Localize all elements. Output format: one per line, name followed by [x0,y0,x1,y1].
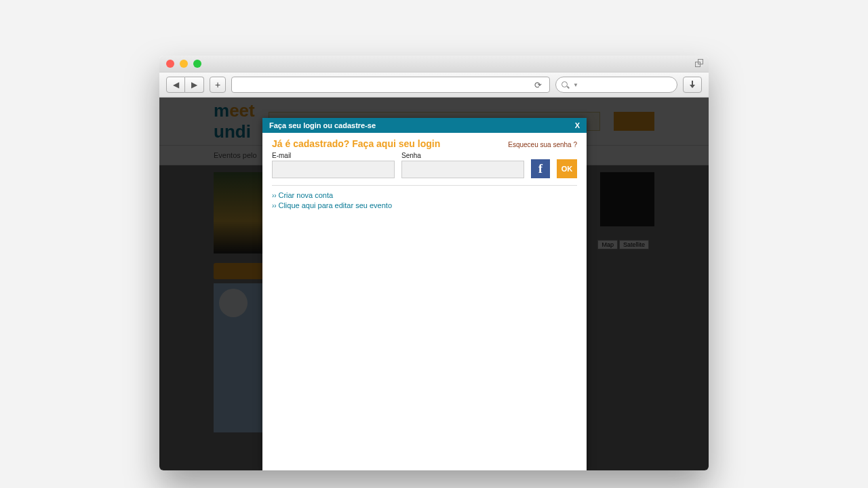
right-column [600,172,654,432]
logo-part: undi [214,121,251,142]
email-field[interactable] [272,161,395,178]
map-pan-control[interactable] [219,289,248,317]
downloads-button[interactable] [683,77,702,93]
password-label: Senha [401,152,524,159]
fullscreen-icon[interactable] [695,59,703,67]
password-column: Senha [401,152,524,178]
chevron-down-icon: ▼ [573,82,578,88]
site-logo: meetundi [214,100,255,142]
logo-part: eet [229,100,255,121]
forward-button[interactable]: ▶ [185,77,204,93]
search-bar[interactable]: ▼ [555,77,677,93]
zoom-window-icon[interactable] [193,60,201,68]
divider [272,185,577,186]
close-icon[interactable]: X [575,121,580,129]
map-button[interactable]: Map [597,240,618,249]
nav-buttons: ◀ ▶ [166,77,204,93]
satellite-button[interactable]: Satellite [619,240,649,249]
reload-icon[interactable]: ⟳ [534,80,544,89]
modal-header: Faça seu login ou cadastre-se X [262,118,587,133]
modal-title-bar-text: Faça seu login ou cadastre-se [269,121,376,129]
modal-body: Esqueceu sua senha ? Já é cadastrado? Fa… [262,133,587,217]
email-label: E-mail [272,152,395,159]
login-modal: Faça seu login ou cadastre-se X Esqueceu… [262,118,587,470]
ok-button[interactable]: OK [557,159,577,178]
close-window-icon[interactable] [166,60,174,68]
minimize-window-icon[interactable] [180,60,188,68]
download-icon [688,80,697,89]
facebook-login-button[interactable]: f [531,159,550,178]
search-icon [561,81,569,89]
site-search-button[interactable] [614,112,654,131]
create-account-link[interactable]: Criar nova conta [272,191,577,199]
titlebar [159,56,709,72]
sidebar-card [600,172,654,226]
email-column: E-mail [272,152,395,178]
edit-event-link[interactable]: Clique aqui para editar seu evento [272,201,577,209]
login-form-row: E-mail Senha f OK [272,152,577,178]
password-field[interactable] [401,161,524,178]
forgot-password-link[interactable]: Esqueceu sua senha ? [508,141,577,148]
nav-label: Eventos pelo [214,151,257,159]
browser-toolbar: ◀ ▶ + ⟳ ▼ [159,72,709,98]
back-button[interactable]: ◀ [166,77,185,93]
new-tab-button[interactable]: + [210,77,226,93]
browser-window: ◀ ▶ + ⟳ ▼ meetundi Eventos pelo [159,56,709,470]
map-type-toggle: Map Satellite [597,240,649,249]
url-bar[interactable]: ⟳ [231,77,550,93]
page-viewport: meetundi Eventos pelo [159,98,709,470]
logo-part: m [214,100,229,121]
